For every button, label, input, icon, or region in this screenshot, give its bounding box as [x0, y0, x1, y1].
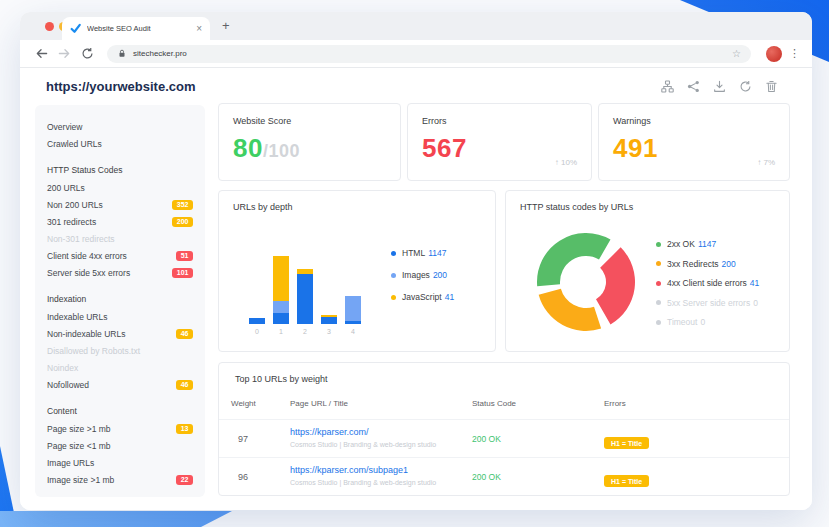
warnings-card: Warnings 491 ↑ 7%: [598, 103, 790, 181]
bar-x-tick: 3: [321, 328, 337, 335]
legend-value: 0: [753, 298, 758, 308]
sidebar-item-overview[interactable]: Overview: [47, 118, 193, 135]
reload-icon[interactable]: [81, 47, 94, 60]
errors-delta: ↑ 10%: [555, 158, 577, 167]
legend-item-5xx: 5xx Server side errors 0: [656, 298, 759, 308]
sidebar-item-disallowed-robots: Disallowed by Robots.txt: [47, 342, 193, 359]
sidebar-item-5xx-errors[interactable]: Server side 5xx errors101: [47, 264, 193, 281]
top-urls-by-weight-card: Top 10 URLs by weight Weight Page URL / …: [218, 362, 790, 496]
sidebar-item-non-200-urls[interactable]: Non 200 URLs352: [47, 196, 193, 213]
warnings-value: 491: [613, 133, 775, 164]
bookmark-star-icon[interactable]: ☆: [732, 48, 741, 59]
sidebar-item-noindex: Noindex: [47, 359, 193, 376]
http-status-codes-card: HTTP status codes by URLs 2xx OK 1147 3x…: [505, 190, 790, 352]
lock-icon: [117, 48, 127, 59]
stat-label: Warnings: [613, 116, 775, 126]
download-icon[interactable]: [713, 80, 726, 93]
bar-segment-javascript: [273, 256, 289, 301]
back-icon[interactable]: [35, 47, 48, 60]
sitemap-icon[interactable]: [661, 80, 674, 93]
html-series-dot-icon: [391, 251, 396, 256]
sidebar-item-non-301-redirects: Non-301 redirects: [47, 230, 193, 247]
profile-avatar[interactable]: [766, 46, 782, 62]
share-icon[interactable]: [687, 80, 700, 93]
browser-menu-icon[interactable]: ⋮: [789, 47, 800, 60]
count-badge: 22: [176, 475, 193, 485]
report-sidebar: Overview Crawled URLs HTTP Status Codes …: [35, 105, 205, 497]
legend-item-images: Images 200: [391, 270, 454, 280]
table-row: 96 https://kparser.com/subpage1 Cosmos S…: [219, 457, 789, 496]
bar-x-tick: 4: [345, 328, 361, 335]
sidebar-item-image-size-gt1mb[interactable]: Image size >1 mb22: [47, 471, 193, 488]
browser-tab-strip: Website SEO Audit × +: [20, 12, 812, 40]
count-badge: 352: [172, 200, 193, 210]
report-actions: [661, 80, 778, 93]
legend-value: 1147: [698, 239, 716, 249]
column-header-page-url: Page URL / Title: [290, 399, 348, 408]
bar-segment-html: [249, 318, 265, 324]
bar-segment-html: [297, 274, 313, 324]
bar-column-2: 2: [297, 269, 313, 324]
sidebar-item-crawled-urls[interactable]: Crawled URLs: [47, 135, 193, 152]
page-url-link[interactable]: https://kparser.com/subpage1: [290, 465, 436, 475]
2xx-dot-icon: [656, 242, 661, 247]
bar-segment-images: [345, 296, 361, 321]
donut-chart-legend: 2xx OK 1147 3xx Redirects 200 4xx Client…: [656, 239, 759, 327]
3xx-dot-icon: [656, 261, 661, 266]
status-code-cell: 200 OK: [472, 420, 501, 458]
sidebar-item-page-size-gt1mb[interactable]: Page size >1 mb13: [47, 420, 193, 437]
bar-segment-html: [321, 317, 337, 324]
browser-toolbar: sitechecker.pro ☆ ⋮: [20, 40, 812, 68]
urls-by-depth-card: URLs by depth 01234 HTML 1147 Images 200…: [218, 190, 496, 352]
sidebar-item-image-urls[interactable]: Image URLs: [47, 454, 193, 471]
column-header-errors: Errors: [604, 399, 626, 408]
legend-item-2xx: 2xx OK 1147: [656, 239, 759, 249]
legend-value: 0: [700, 317, 705, 327]
sidebar-item-page-size-lt1mb[interactable]: Page size <1 mb: [47, 437, 193, 454]
sidebar-item-200-urls[interactable]: 200 URLs: [47, 179, 193, 196]
sidebar-item-301-redirects[interactable]: 301 redirects200: [47, 213, 193, 230]
count-badge: 101: [172, 268, 193, 278]
forward-icon[interactable]: [58, 47, 71, 60]
bar-segment-html: [345, 321, 361, 324]
bar-x-tick: 2: [297, 328, 313, 335]
sidebar-section-content: Content: [47, 403, 193, 420]
bar-segment-html: [273, 313, 289, 324]
tab-title: Website SEO Audit: [87, 24, 196, 33]
weight-cell: 96: [229, 458, 257, 496]
count-badge: 200: [172, 217, 193, 227]
warnings-delta: ↑ 7%: [757, 158, 775, 167]
sidebar-item-4xx-errors[interactable]: Client side 4xx errors51: [47, 247, 193, 264]
browser-tab[interactable]: Website SEO Audit ×: [62, 17, 210, 40]
page-content: https://yourwebsite.com Overview Crawled…: [20, 69, 812, 510]
site-favicon-check-icon: [70, 23, 81, 34]
tab-close-icon[interactable]: ×: [196, 24, 202, 34]
bar-column-4: 4: [345, 296, 361, 324]
new-tab-button[interactable]: +: [222, 18, 230, 33]
bar-x-tick: 1: [273, 328, 289, 335]
error-badge: H1 = Title: [604, 437, 649, 449]
column-header-status-code: Status Code: [472, 399, 516, 408]
legend-item-4xx: 4xx Client side errors 41: [656, 278, 759, 288]
refresh-icon[interactable]: [739, 80, 752, 93]
sidebar-item-non-indexable-urls[interactable]: Non-indexable URLs46: [47, 325, 193, 342]
trash-icon[interactable]: [765, 80, 778, 93]
errors-card: Errors 567 ↑ 10%: [407, 103, 592, 181]
sidebar-item-nofollowed[interactable]: Nofollowed46: [47, 376, 193, 393]
window-close-button[interactable]: [45, 22, 54, 31]
website-score-value: 80: [233, 133, 263, 163]
sidebar-item-indexable-urls[interactable]: Indexable URLs: [47, 308, 193, 325]
4xx-dot-icon: [656, 281, 661, 286]
count-badge: 13: [176, 424, 193, 434]
legend-item-timeout: Timeout 0: [656, 317, 759, 327]
address-bar[interactable]: sitechecker.pro ☆: [107, 45, 751, 63]
bar-x-tick: 0: [249, 328, 265, 335]
errors-value: 567: [422, 133, 577, 164]
page-url-link[interactable]: https://kparser.com/: [290, 427, 436, 437]
images-series-dot-icon: [391, 273, 396, 278]
website-score-card: Website Score 80/100: [218, 103, 401, 181]
timeout-dot-icon: [656, 320, 661, 325]
stat-label: Errors: [422, 116, 577, 126]
audited-site-url: https://yourwebsite.com: [46, 79, 196, 94]
table-row: 97 https://kparser.com/ Cosmos Studio | …: [219, 419, 789, 458]
